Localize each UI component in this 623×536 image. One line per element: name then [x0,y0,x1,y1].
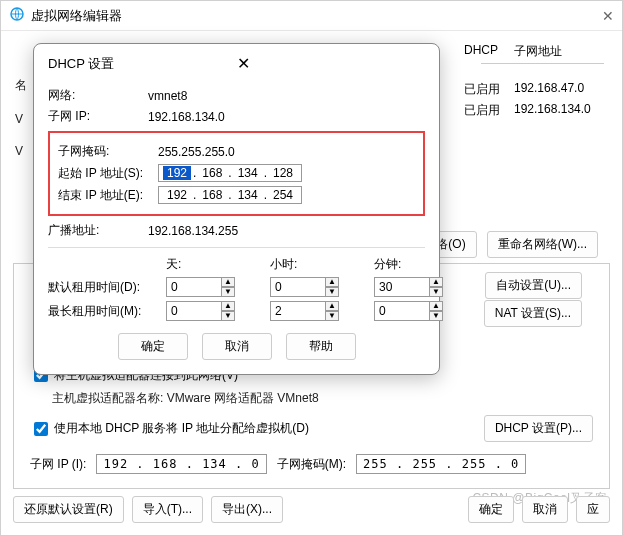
highlighted-ip-range: 子网掩码:255.255.255.0 起始 IP 地址(S): 192. 168… [48,131,425,216]
dhcp-help-button[interactable]: 帮助 [286,333,356,360]
window-close-icon[interactable]: ✕ [602,8,614,24]
subnet-ip-input[interactable]: 192 . 168 . 134 . 0 [96,454,266,474]
dhcp-settings-dialog: DHCP 设置 ✕ 网络:vmnet8 子网 IP:192.168.134.0 … [33,43,440,375]
dhcp-ok-button[interactable]: 确定 [118,333,188,360]
lease-time-grid: 天: 小时: 分钟: 默认租用时间(D): ▲▼ ▲▼ ▲▼ 最长租用时间(M)… [48,256,425,321]
use-dhcp-checkbox[interactable] [34,422,48,436]
default-hours-spinner[interactable]: ▲▼ [270,277,356,297]
max-mins-spinner[interactable]: ▲▼ [374,301,460,321]
dhcp-dialog-title: DHCP 设置 [48,55,237,73]
dhcp-cancel-button[interactable]: 取消 [202,333,272,360]
dhcp-set-button[interactable]: DHCP 设置(P)... [484,415,593,442]
rename-network-button[interactable]: 重命名网络(W)... [487,231,598,258]
end-ip-input[interactable]: 192. 168. 134. 254 [158,186,302,204]
default-mins-spinner[interactable]: ▲▼ [374,277,460,297]
bg-table-rows: 已启用192.168.47.0 已启用192.168.134.0 [464,81,604,123]
dhcp-broadcast-value: 192.168.134.255 [148,224,238,238]
import-button[interactable]: 导入(T)... [132,496,203,523]
apply-button[interactable]: 应 [576,496,610,523]
bottom-bar: 还原默认设置(R) 导入(T)... 导出(X)... 确定 取消 应 [13,496,610,523]
bg-table-header: DHCP 子网地址 [464,43,604,60]
max-days-spinner[interactable]: ▲▼ [166,301,252,321]
restore-defaults-button[interactable]: 还原默认设置(R) [13,496,124,523]
subnet-ip-label: 子网 IP (I): [30,456,86,473]
chevron-up-icon: ▲ [221,277,235,287]
default-days-spinner[interactable]: ▲▼ [166,277,252,297]
auto-set-button[interactable]: 自动设置(U)... [485,272,582,299]
title-bar: 虚拟网络编辑器 ✕ [1,1,622,31]
app-icon [9,6,25,25]
dhcp-mask-value: 255.255.255.0 [158,145,235,159]
cancel-button[interactable]: 取消 [522,496,568,523]
dhcp-subnetip-value: 192.168.134.0 [148,110,225,124]
adapter-name-label: 主机虚拟适配器名称: VMware 网络适配器 VMnet8 [52,390,593,407]
use-dhcp-label: 使用本地 DHCP 服务将 IP 地址分配给虚拟机(D) [54,420,309,437]
window-title: 虚拟网络编辑器 [31,7,602,25]
nat-set-button[interactable]: NAT 设置(S)... [484,300,582,327]
max-hours-spinner[interactable]: ▲▼ [270,301,356,321]
dhcp-network-value: vmnet8 [148,89,187,103]
close-icon[interactable]: ✕ [237,54,426,73]
export-button[interactable]: 导出(X)... [211,496,283,523]
subnet-mask-input[interactable]: 255 . 255 . 255 . 0 [356,454,526,474]
chevron-down-icon: ▼ [221,287,235,297]
left-column-fragments: 名 V V [15,77,27,176]
start-ip-input[interactable]: 192. 168. 134. 128 [158,164,302,182]
ok-button[interactable]: 确定 [468,496,514,523]
subnet-mask-label: 子网掩码(M): [277,456,346,473]
